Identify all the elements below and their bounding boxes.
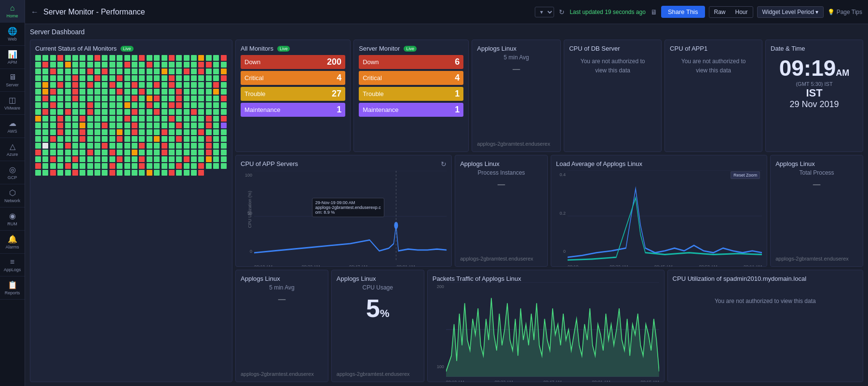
grid-cell[interactable] — [132, 109, 137, 115]
grid-cell[interactable] — [57, 55, 63, 61]
grid-cell[interactable] — [176, 136, 182, 142]
grid-cell[interactable] — [35, 55, 41, 61]
grid-cell[interactable] — [191, 123, 197, 128]
grid-cell[interactable] — [72, 89, 78, 95]
grid-cell[interactable] — [176, 109, 182, 115]
status-row-maintenance[interactable]: Maintenance 1 — [241, 103, 345, 117]
grid-cell[interactable] — [198, 75, 204, 81]
grid-cell[interactable] — [162, 129, 167, 135]
grid-cell[interactable] — [42, 62, 48, 68]
grid-cell[interactable] — [221, 96, 227, 101]
grid-cell[interactable] — [80, 129, 85, 135]
grid-cell[interactable] — [198, 102, 204, 108]
grid-cell[interactable] — [117, 69, 122, 74]
grid-cell[interactable] — [57, 150, 63, 155]
grid-cell[interactable] — [198, 163, 204, 169]
grid-cell[interactable] — [57, 156, 63, 162]
grid-cell[interactable] — [221, 55, 227, 61]
sidebar-item-network[interactable]: ⬡ Network — [0, 184, 25, 207]
grid-cell[interactable] — [102, 82, 108, 88]
grid-cell[interactable] — [176, 75, 182, 81]
grid-cell[interactable] — [139, 55, 145, 61]
grid-cell[interactable] — [35, 116, 41, 122]
grid-cell[interactable] — [109, 69, 115, 74]
grid-cell[interactable] — [50, 62, 56, 68]
status-row-critical[interactable]: Critical 4 — [241, 71, 345, 85]
grid-cell[interactable] — [65, 55, 71, 61]
grid-cell[interactable] — [154, 163, 160, 169]
grid-cell[interactable] — [42, 170, 48, 176]
grid-cell[interactable] — [213, 123, 219, 128]
grid-cell[interactable] — [147, 89, 152, 95]
grid-cell[interactable] — [124, 62, 130, 68]
grid-cell[interactable] — [198, 170, 204, 176]
share-button[interactable]: Share This — [661, 6, 705, 18]
grid-cell[interactable] — [191, 136, 197, 142]
grid-cell[interactable] — [80, 75, 85, 81]
sidebar-item-aws[interactable]: ☁ AWS — [0, 115, 25, 138]
grid-cell[interactable] — [124, 55, 130, 61]
grid-cell[interactable] — [213, 129, 219, 135]
grid-cell[interactable] — [132, 129, 137, 135]
grid-cell[interactable] — [95, 116, 100, 122]
server-status-maintenance[interactable]: Maintenance 1 — [359, 103, 463, 117]
grid-cell[interactable] — [154, 109, 160, 115]
grid-cell[interactable] — [132, 75, 137, 81]
grid-cell[interactable] — [35, 123, 41, 128]
grid-cell[interactable] — [221, 156, 227, 162]
grid-cell[interactable] — [184, 116, 190, 122]
grid-cell[interactable] — [87, 163, 93, 169]
grid-cell[interactable] — [109, 123, 115, 128]
grid-cell[interactable] — [213, 143, 219, 149]
grid-cell[interactable] — [95, 82, 100, 88]
grid-cell[interactable] — [162, 143, 167, 149]
server-status-critical[interactable]: Critical 4 — [359, 71, 463, 85]
grid-cell[interactable] — [87, 96, 93, 101]
grid-cell[interactable] — [102, 129, 108, 135]
grid-cell[interactable] — [176, 116, 182, 122]
grid-cell[interactable] — [80, 143, 85, 149]
grid-cell[interactable] — [35, 156, 41, 162]
grid-cell[interactable] — [87, 102, 93, 108]
grid-cell[interactable] — [162, 55, 167, 61]
grid-cell[interactable] — [102, 116, 108, 122]
grid-cell[interactable] — [154, 170, 160, 176]
grid-cell[interactable] — [132, 82, 137, 88]
grid-cell[interactable] — [80, 136, 85, 142]
grid-cell[interactable] — [57, 123, 63, 128]
grid-cell[interactable] — [72, 55, 78, 61]
grid-cell[interactable] — [42, 156, 48, 162]
grid-cell[interactable] — [124, 69, 130, 74]
grid-cell[interactable] — [176, 123, 182, 128]
grid-cell[interactable] — [213, 69, 219, 74]
grid-cell[interactable] — [132, 150, 137, 155]
grid-cell[interactable] — [42, 116, 48, 122]
grid-cell[interactable] — [80, 55, 85, 61]
grid-cell[interactable] — [184, 129, 190, 135]
grid-cell[interactable] — [117, 96, 122, 101]
grid-cell[interactable] — [213, 109, 219, 115]
grid-cell[interactable] — [87, 69, 93, 74]
grid-cell[interactable] — [154, 150, 160, 155]
grid-cell[interactable] — [191, 116, 197, 122]
grid-cell[interactable] — [35, 62, 41, 68]
grid-cell[interactable] — [162, 156, 167, 162]
grid-cell[interactable] — [42, 150, 48, 155]
grid-cell[interactable] — [154, 55, 160, 61]
grid-cell[interactable] — [206, 89, 212, 95]
grid-cell[interactable] — [65, 129, 71, 135]
grid-cell[interactable] — [102, 163, 108, 169]
grid-cell[interactable] — [65, 163, 71, 169]
grid-cell[interactable] — [65, 150, 71, 155]
grid-cell[interactable] — [162, 116, 167, 122]
grid-cell[interactable] — [206, 69, 212, 74]
grid-cell[interactable] — [221, 150, 227, 155]
grid-cell[interactable] — [213, 89, 219, 95]
grid-cell[interactable] — [50, 143, 56, 149]
grid-cell[interactable] — [35, 69, 41, 74]
grid-cell[interactable] — [95, 150, 100, 155]
grid-cell[interactable] — [132, 69, 137, 74]
grid-cell[interactable] — [147, 82, 152, 88]
back-button[interactable]: ← — [31, 8, 39, 16]
grid-cell[interactable] — [169, 82, 175, 88]
